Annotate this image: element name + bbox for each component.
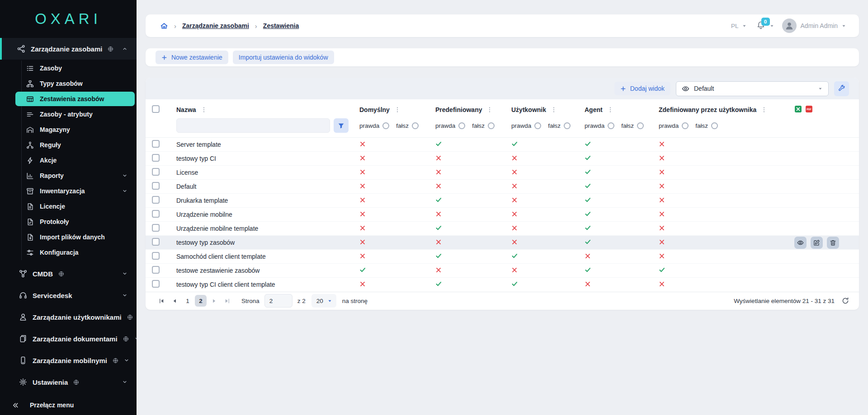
sidebar-subitem[interactable]: Inwentaryzacja xyxy=(0,183,137,199)
sidebar-subitem[interactable]: Protokoły xyxy=(0,214,137,229)
table-row[interactable]: testowe zestawienie zasobów xyxy=(146,264,859,278)
language-selector[interactable]: PL xyxy=(731,23,747,29)
chevron-down-icon[interactable] xyxy=(122,46,127,51)
table-row[interactable]: Drukarka template xyxy=(146,194,859,208)
filter-false-radio[interactable] xyxy=(637,122,644,129)
row-checkbox[interactable] xyxy=(152,182,160,190)
add-view-button[interactable]: Dodaj widok xyxy=(614,82,670,95)
chevron-down-icon[interactable] xyxy=(122,173,127,178)
sidebar-item[interactable]: Ustawienia xyxy=(0,371,137,393)
sidebar-subitem[interactable]: Reguły xyxy=(0,137,137,153)
column-menu-icon[interactable] xyxy=(761,107,767,113)
sidebar-item[interactable]: Zarządzanie dokumentami xyxy=(0,328,137,350)
user-avatar[interactable] xyxy=(782,19,797,33)
column-menu-icon[interactable] xyxy=(607,107,613,113)
next-page-button[interactable] xyxy=(208,295,220,307)
page-size-select[interactable]: 20 xyxy=(311,294,336,308)
filter-false-radio[interactable] xyxy=(564,122,571,129)
flag-cell xyxy=(575,250,649,264)
check-icon xyxy=(585,266,591,273)
sidebar-subitem[interactable]: Magazyny xyxy=(0,122,137,137)
last-page-button[interactable] xyxy=(221,295,233,307)
table-row[interactable]: testowy typ CI xyxy=(146,152,859,166)
refresh-button[interactable] xyxy=(842,297,849,304)
row-checkbox[interactable] xyxy=(152,196,160,204)
page-number-input[interactable] xyxy=(264,294,292,308)
last-page-icon xyxy=(224,298,230,304)
column-menu-icon[interactable] xyxy=(394,107,401,113)
column-menu-icon[interactable] xyxy=(201,107,207,113)
table-row[interactable]: Urządzenie mobilne template xyxy=(146,222,859,236)
row-checkbox[interactable] xyxy=(152,140,160,148)
sidebar-item[interactable]: Zarządzanie użytkownikami xyxy=(0,306,137,328)
filter-true-radio[interactable] xyxy=(534,122,541,129)
filter-button[interactable] xyxy=(334,118,349,133)
import-view-settings-button[interactable]: Importuj ustawienia do widoków xyxy=(233,51,334,64)
sidebar-subitem[interactable]: Konfiguracja xyxy=(0,245,137,260)
home-icon[interactable] xyxy=(160,22,168,30)
chevron-down-icon[interactable] xyxy=(122,293,127,298)
sidebar-item[interactable]: Zarządzanie mobilnymi xyxy=(0,350,137,371)
view-selector[interactable]: Default xyxy=(676,81,829,96)
chevron-down-icon[interactable] xyxy=(124,358,129,363)
row-preview-button[interactable] xyxy=(794,237,807,249)
row-checkbox[interactable] xyxy=(152,154,160,162)
select-all-checkbox[interactable] xyxy=(152,105,160,113)
column-menu-icon[interactable] xyxy=(486,107,493,113)
filter-true-radio[interactable] xyxy=(382,122,389,129)
pdf-export-icon[interactable]: PDF xyxy=(805,105,813,113)
user-menu[interactable]: Admin Admin xyxy=(801,22,846,29)
excel-export-icon[interactable] xyxy=(794,105,802,113)
sidebar-subitem[interactable]: Licencje xyxy=(0,199,137,214)
sidebar-subitem[interactable]: Akcje xyxy=(0,153,137,168)
row-checkbox[interactable] xyxy=(152,266,160,274)
menu-toggle-button[interactable]: Przełącz menu xyxy=(0,395,137,415)
first-page-button[interactable] xyxy=(156,295,167,307)
table-row[interactable]: Samochód client client template xyxy=(146,250,859,264)
table-row[interactable]: Urządzenie mobilne xyxy=(146,208,859,222)
notifications-button[interactable]: 0 xyxy=(756,21,765,31)
filter-false-radio[interactable] xyxy=(412,122,419,129)
chevron-down-icon[interactable] xyxy=(122,188,127,194)
filter-true-radio[interactable] xyxy=(458,122,465,129)
row-checkbox[interactable] xyxy=(152,238,160,246)
chevron-down-icon[interactable] xyxy=(122,379,127,385)
filter-true-radio[interactable] xyxy=(608,122,614,129)
sidebar-item[interactable]: Servicedesk xyxy=(0,284,137,306)
column-menu-icon[interactable] xyxy=(551,107,557,113)
table-row[interactable]: testowy typ zasobów xyxy=(146,236,859,250)
caret-down-icon[interactable] xyxy=(769,23,774,28)
sidebar-subitem[interactable]: Import plików danych xyxy=(0,229,137,245)
prev-page-button[interactable] xyxy=(169,295,180,307)
row-checkbox[interactable] xyxy=(152,210,160,218)
table-row[interactable]: Default xyxy=(146,180,859,194)
page-button[interactable]: 1 xyxy=(182,295,193,307)
cross-icon xyxy=(511,155,518,161)
row-checkbox[interactable] xyxy=(152,280,160,288)
table-row[interactable]: Server template xyxy=(146,138,859,152)
sidebar-subitem[interactable]: Zasoby xyxy=(0,61,137,76)
new-zestawienie-button[interactable]: Nowe zestawienie xyxy=(156,51,228,64)
row-edit-button[interactable] xyxy=(811,237,823,249)
row-checkbox[interactable] xyxy=(152,224,160,232)
sidebar-subitem[interactable]: Raporty xyxy=(0,168,137,183)
filter-true-radio[interactable] xyxy=(682,122,689,129)
breadcrumb-link-zestawienia[interactable]: Zestawienia xyxy=(263,22,299,29)
breadcrumb-link-zarzadzanie-zasobami[interactable]: Zarządzanie zasobami xyxy=(182,22,249,29)
row-checkbox[interactable] xyxy=(152,252,160,260)
page-button[interactable]: 2 xyxy=(195,295,207,307)
sidebar-subitem[interactable]: Zestawienia zasobów xyxy=(15,92,135,106)
view-config-button[interactable] xyxy=(834,81,849,96)
sidebar-subitem[interactable]: Typy zasobów xyxy=(0,76,137,91)
row-checkbox[interactable] xyxy=(152,168,160,176)
filter-false-radio[interactable] xyxy=(488,122,495,129)
row-delete-button[interactable] xyxy=(827,237,839,249)
filter-false-radio[interactable] xyxy=(711,122,718,129)
table-row[interactable]: License xyxy=(146,166,859,180)
sidebar-subitem[interactable]: Zasoby - atrybuty xyxy=(0,107,137,122)
sidebar-item[interactable]: CMDB xyxy=(0,263,137,284)
chevron-down-icon[interactable] xyxy=(122,271,127,276)
sidebar-item[interactable]: Zarządzanie zasobami xyxy=(0,38,137,60)
name-filter-input[interactable] xyxy=(176,118,330,133)
table-row[interactable]: testowy typ CI client client template xyxy=(146,278,859,292)
